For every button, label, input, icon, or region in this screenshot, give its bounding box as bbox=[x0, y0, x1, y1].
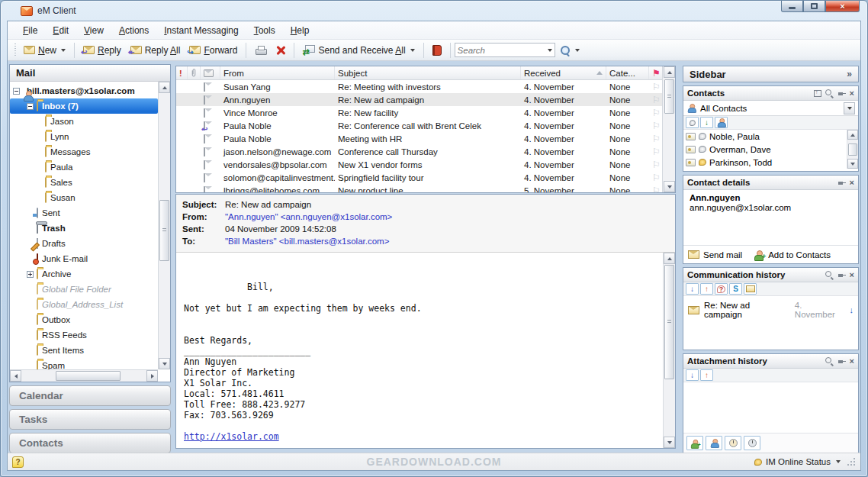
delete-button[interactable] bbox=[271, 43, 290, 57]
search-icon[interactable] bbox=[825, 271, 834, 279]
scroll-down-button[interactable] bbox=[664, 437, 675, 448]
folder-messages[interactable]: Messages bbox=[10, 144, 158, 160]
minimize-button[interactable] bbox=[781, 1, 803, 12]
scroll-thumb[interactable] bbox=[664, 265, 674, 379]
print-button[interactable] bbox=[250, 44, 271, 57]
scroll-up-button[interactable] bbox=[664, 253, 675, 264]
scroll-down-button[interactable] bbox=[847, 159, 858, 169]
message-row[interactable]: Vince Monroe Re: New facility 4. Novembe… bbox=[176, 106, 662, 119]
contacts-filter[interactable]: All Contacts bbox=[683, 101, 858, 116]
contact-row[interactable]: Noble, Paula bbox=[683, 130, 858, 143]
folder-paula[interactable]: Paula bbox=[10, 160, 158, 175]
scroll-left-button[interactable] bbox=[10, 370, 21, 382]
pin-icon[interactable] bbox=[837, 271, 846, 279]
pin-icon[interactable] bbox=[837, 357, 846, 366]
skype-filter-button[interactable]: S bbox=[729, 283, 742, 295]
menu-view[interactable]: View bbox=[76, 22, 111, 39]
category-column-header[interactable]: Cate... bbox=[606, 66, 649, 79]
search-icon[interactable] bbox=[825, 89, 834, 98]
sidebar-header[interactable]: Sidebar » bbox=[683, 66, 859, 82]
flag-outline-icon[interactable]: ⚐ bbox=[652, 108, 662, 118]
folder-susan[interactable]: Susan bbox=[10, 190, 158, 205]
folder-archive[interactable]: Archive bbox=[10, 266, 158, 282]
scroll-right-button[interactable] bbox=[146, 370, 158, 382]
preview-from-link[interactable]: "Ann.nguyen" <ann.nguyen@x1solar.com> bbox=[225, 211, 392, 223]
new-button[interactable]: New bbox=[19, 43, 70, 58]
preview-scrollbar[interactable] bbox=[663, 253, 675, 448]
scroll-thumb[interactable] bbox=[56, 371, 121, 381]
folder-lynn[interactable]: Lynn bbox=[10, 129, 158, 144]
mail-panel-header[interactable]: Mail bbox=[10, 65, 170, 82]
history-item[interactable]: Re: New ad campaign 4. November ↓ bbox=[683, 296, 858, 319]
expand-icon[interactable] bbox=[27, 271, 34, 278]
menu-edit[interactable]: Edit bbox=[45, 22, 76, 39]
help-icon[interactable]: ? bbox=[12, 456, 24, 468]
tasks-nav-button[interactable]: Tasks bbox=[9, 409, 171, 430]
mail-filter-button[interactable] bbox=[744, 283, 757, 295]
read-state-column-header[interactable] bbox=[201, 66, 220, 79]
tree-account[interactable]: bill.masters@x1solar.com bbox=[10, 83, 158, 98]
collapse-icon[interactable] bbox=[13, 88, 20, 95]
tree-horizontal-scrollbar[interactable] bbox=[10, 369, 158, 382]
popout-icon[interactable] bbox=[814, 90, 821, 97]
outgoing-filter-button[interactable]: ↑ bbox=[700, 283, 713, 295]
message-row[interactable]: solomon@capitalinvestment. Springfield f… bbox=[176, 171, 662, 184]
search-input[interactable] bbox=[458, 46, 546, 55]
message-row[interactable]: Susan Yang Re: Meeting with investors 4.… bbox=[176, 80, 662, 93]
contact-row[interactable]: Overman, Dave bbox=[683, 143, 858, 156]
folder-rss[interactable]: RSS Feeds bbox=[10, 327, 158, 343]
menu-file[interactable]: File bbox=[15, 22, 45, 39]
message-row[interactable]: vendorsales@bpsolar.com New X1 vendor fo… bbox=[176, 158, 662, 171]
message-row-selected[interactable]: Ann.nguyen Re: New ad campaign 4. Novemb… bbox=[176, 93, 662, 106]
contacts-nav-button[interactable]: Contacts bbox=[9, 433, 171, 453]
message-row[interactable]: ↩ Paula Noble Re: Conference call with B… bbox=[176, 119, 662, 132]
address-book-button[interactable] bbox=[428, 43, 446, 58]
close-icon[interactable]: × bbox=[850, 357, 854, 366]
flag-outline-icon[interactable]: ⚐ bbox=[652, 160, 662, 170]
folder-jason[interactable]: Jason bbox=[10, 114, 158, 129]
forward-button[interactable]: ↪ Forward bbox=[185, 43, 242, 58]
calendar-nav-button[interactable]: Calendar bbox=[9, 385, 171, 406]
flag-outline-icon[interactable]: ⚐ bbox=[652, 185, 662, 193]
alarm-button[interactable] bbox=[744, 436, 760, 450]
resize-grip[interactable] bbox=[847, 457, 856, 466]
outgoing-filter-button[interactable]: ↑ bbox=[700, 369, 713, 381]
folder-sales[interactable]: Sales bbox=[10, 175, 158, 190]
scroll-thumb[interactable] bbox=[848, 143, 857, 156]
search-scope-dropdown-icon[interactable] bbox=[548, 49, 552, 52]
scroll-up-button[interactable] bbox=[847, 130, 858, 140]
folder-drafts[interactable]: Drafts bbox=[10, 236, 158, 251]
menu-instant-messaging[interactable]: Instant Messaging bbox=[156, 22, 246, 39]
scroll-up-button[interactable] bbox=[159, 82, 170, 93]
body-link[interactable]: http://x1solar.com bbox=[184, 431, 279, 442]
message-list-scrollbar[interactable] bbox=[662, 66, 675, 192]
folder-sent[interactable]: Sent bbox=[10, 205, 158, 221]
im-status-dropdown-icon[interactable] bbox=[836, 460, 841, 463]
reply-all-button[interactable]: ↞ Reply All bbox=[126, 43, 185, 58]
flag-outline-icon[interactable]: ⚐ bbox=[652, 121, 662, 131]
folder-global-address-list[interactable]: Global_Address_List bbox=[10, 297, 158, 312]
send-mail-button[interactable]: Send mail bbox=[688, 250, 742, 259]
new-dropdown-icon[interactable] bbox=[61, 49, 66, 52]
flag-outline-icon[interactable]: ⚐ bbox=[652, 134, 662, 144]
sidebar-collapse-icon[interactable]: » bbox=[847, 69, 852, 79]
menu-help[interactable]: Help bbox=[283, 22, 317, 39]
scroll-up-button[interactable] bbox=[664, 66, 675, 78]
status-filter-button[interactable] bbox=[686, 117, 699, 128]
scroll-thumb[interactable] bbox=[159, 200, 169, 261]
subject-column-header[interactable]: Subject bbox=[335, 66, 521, 79]
folder-junk[interactable]: Junk E-mail bbox=[10, 251, 158, 266]
filter-dropdown-button[interactable] bbox=[844, 102, 855, 114]
send-receive-button[interactable]: Send and Receive All bbox=[298, 43, 419, 58]
sort-button[interactable]: ↓ bbox=[700, 117, 713, 128]
received-column-header[interactable]: Received bbox=[521, 66, 606, 79]
folder-global-file[interactable]: Global File Folder bbox=[10, 282, 158, 297]
tree-vertical-scrollbar[interactable] bbox=[158, 82, 170, 369]
pin-icon[interactable] bbox=[837, 179, 846, 187]
search-button[interactable] bbox=[555, 43, 584, 58]
folder-sent-items[interactable]: Sent Items bbox=[10, 343, 158, 358]
incoming-filter-button[interactable]: ↓ bbox=[686, 283, 699, 295]
scroll-thumb[interactable] bbox=[664, 79, 674, 114]
close-button[interactable]: × bbox=[825, 1, 860, 12]
collapse-icon[interactable] bbox=[27, 103, 34, 110]
